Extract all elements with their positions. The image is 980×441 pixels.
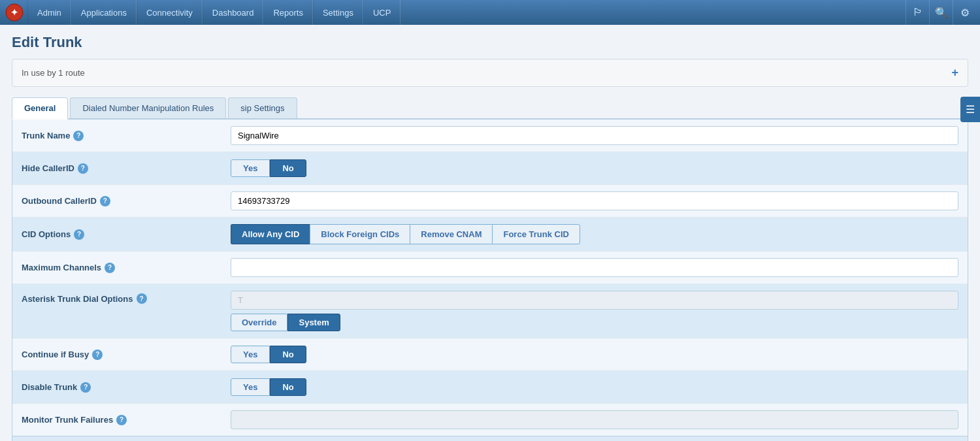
dial-options-help-icon[interactable]: ? xyxy=(137,293,147,304)
navbar: ✦ Admin Applications Connectivity Dashbo… xyxy=(0,0,980,25)
cid-options-help-icon[interactable]: ? xyxy=(74,229,84,240)
gear-icon[interactable]: ⚙ xyxy=(953,0,976,25)
disable-trunk-label: Disable Trunk ? xyxy=(12,376,221,399)
continue-if-busy-label: Continue if Busy ? xyxy=(12,343,221,367)
hide-callerid-help-icon[interactable]: ? xyxy=(78,163,88,174)
cid-remove-cnam-button[interactable]: Remove CNAM xyxy=(410,224,492,244)
dial-options-override-toggle: Override System xyxy=(231,314,958,331)
outbound-callerid-label: Outbound CallerID ? xyxy=(12,189,221,213)
hide-callerid-toggle: Yes No xyxy=(231,159,958,177)
cid-options-label: CID Options ? xyxy=(12,223,221,246)
maximum-channels-row: Maximum Channels ? xyxy=(12,252,968,284)
monitor-trunk-failures-help-icon[interactable]: ? xyxy=(116,415,127,425)
dial-options-label: Asterisk Trunk Dial Options ? xyxy=(12,284,221,310)
trunk-name-row: Trunk Name ? xyxy=(12,120,968,152)
logo: ✦ xyxy=(4,2,25,23)
hide-callerid-label: Hide CallerID ? xyxy=(12,157,221,180)
disable-trunk-toggle: Yes No xyxy=(231,378,958,396)
tab-dnmr[interactable]: Dialed Number Manipulation Rules xyxy=(70,97,226,118)
outbound-callerid-input[interactable] xyxy=(231,191,958,210)
info-bar-text: In use by 1 route xyxy=(22,68,85,78)
svg-text:✦: ✦ xyxy=(10,7,18,18)
list-view-icon[interactable]: ☰ xyxy=(960,97,980,122)
form-area: Trunk Name ? Hide CallerID ? Yes No xyxy=(12,120,968,441)
trunk-name-input[interactable] xyxy=(231,126,958,145)
monitor-trunk-failures-top: Monitor Trunk Failures ? xyxy=(12,404,968,436)
nav-applications[interactable]: Applications xyxy=(71,0,137,25)
cid-options-row: CID Options ? Allow Any CID Block Foreig… xyxy=(12,218,968,252)
continue-if-busy-control: Yes No xyxy=(221,339,968,370)
cid-options-toggle: Allow Any CID Block Foreign CIDs Remove … xyxy=(231,224,958,244)
cid-force-trunk-button[interactable]: Force Trunk CID xyxy=(492,224,580,244)
nav-settings[interactable]: Settings xyxy=(313,0,363,25)
nav-reports[interactable]: Reports xyxy=(263,0,313,25)
flag-icon[interactable]: 🏳 xyxy=(906,0,929,25)
outbound-callerid-help-icon[interactable]: ? xyxy=(100,196,110,206)
trunk-name-help-icon[interactable]: ? xyxy=(73,131,84,141)
hide-callerid-yes-button[interactable]: Yes xyxy=(231,159,270,177)
hide-callerid-row: Hide CallerID ? Yes No xyxy=(12,152,968,185)
monitor-trunk-failures-label: Monitor Trunk Failures ? xyxy=(12,408,221,432)
tab-sip[interactable]: sip Settings xyxy=(228,97,297,118)
disable-trunk-no-button[interactable]: No xyxy=(270,378,306,396)
page-title: Edit Trunk xyxy=(12,34,968,51)
outbound-callerid-row: Outbound CallerID ? xyxy=(12,185,968,218)
monitor-trunk-failures-input-control xyxy=(221,404,968,436)
maximum-channels-help-icon[interactable]: ? xyxy=(105,263,115,273)
hide-callerid-no-button[interactable]: No xyxy=(270,159,306,177)
continue-if-busy-yes-button[interactable]: Yes xyxy=(231,346,270,363)
trunk-name-label: Trunk Name ? xyxy=(12,124,221,148)
info-bar: In use by 1 route + xyxy=(12,59,968,87)
continue-if-busy-row: Continue if Busy ? Yes No xyxy=(12,338,968,371)
tabs-container: General Dialed Number Manipulation Rules… xyxy=(12,97,968,120)
dial-options-control: Override System xyxy=(221,284,968,338)
cid-options-control: Allow Any CID Block Foreign CIDs Remove … xyxy=(221,218,968,251)
disable-trunk-control: Yes No xyxy=(221,372,968,402)
nav-admin[interactable]: Admin xyxy=(27,0,71,25)
action-bar: Yes No » Submit Duplicate Reset Delete xyxy=(12,436,968,441)
outbound-callerid-control xyxy=(221,185,968,217)
hide-callerid-control: Yes No xyxy=(221,153,968,184)
page-content: Edit Trunk In use by 1 route + General D… xyxy=(0,25,980,441)
maximum-channels-label: Maximum Channels ? xyxy=(12,256,221,280)
search-icon[interactable]: 🔍 xyxy=(929,0,953,25)
disable-trunk-row: Disable Trunk ? Yes No xyxy=(12,371,968,404)
nav-connectivity[interactable]: Connectivity xyxy=(137,0,203,25)
maximum-channels-input[interactable] xyxy=(231,258,958,277)
info-bar-plus-button[interactable]: + xyxy=(951,66,958,80)
continue-if-busy-toggle: Yes No xyxy=(231,346,958,363)
cid-allow-any-button[interactable]: Allow Any CID xyxy=(231,224,310,244)
maximum-channels-control xyxy=(221,252,968,284)
dial-options-input[interactable] xyxy=(231,291,958,310)
trunk-name-control xyxy=(221,120,968,152)
cid-block-foreign-button[interactable]: Block Foreign CIDs xyxy=(310,224,410,244)
disable-trunk-help-icon[interactable]: ? xyxy=(80,382,91,393)
dial-options-override-button[interactable]: Override xyxy=(231,314,287,331)
disable-trunk-yes-button[interactable]: Yes xyxy=(231,378,270,396)
dial-options-row: Asterisk Trunk Dial Options ? Override S… xyxy=(12,284,968,338)
dial-options-system-button[interactable]: System xyxy=(287,314,340,331)
continue-if-busy-help-icon[interactable]: ? xyxy=(92,350,103,360)
monitor-trunk-failures-input[interactable] xyxy=(231,410,958,429)
nav-dashboard[interactable]: Dashboard xyxy=(203,0,264,25)
nav-ucp[interactable]: UCP xyxy=(363,0,400,25)
continue-if-busy-no-button[interactable]: No xyxy=(270,346,306,363)
tab-general[interactable]: General xyxy=(12,97,68,120)
monitor-trunk-failures-row: Monitor Trunk Failures ? Yes No » Submit… xyxy=(12,404,968,441)
